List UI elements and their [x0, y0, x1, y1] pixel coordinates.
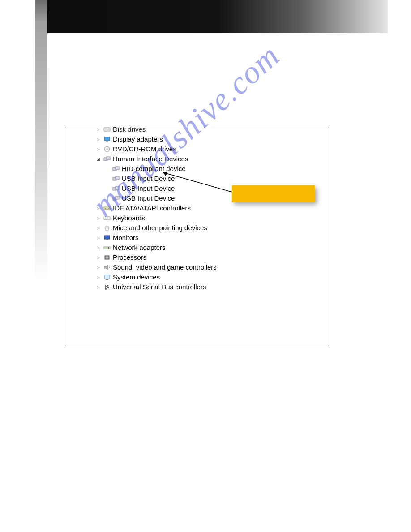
expand-arrow-icon[interactable]: ▷ [97, 134, 102, 144]
svg-rect-18 [107, 208, 107, 209]
tree-row[interactable]: ▷ Sound, video and game controllers [97, 262, 329, 272]
svg-rect-31 [106, 257, 108, 258]
collapse-arrow-icon[interactable]: ◢ [97, 154, 102, 164]
expand-arrow-icon[interactable]: ▷ [97, 127, 102, 134]
sound-controller-icon [103, 264, 111, 271]
tree-row[interactable]: ◢ Human Interface Devices [97, 154, 329, 164]
svg-rect-29 [108, 247, 109, 249]
svg-rect-1 [105, 129, 109, 129]
svg-rect-33 [104, 275, 110, 279]
cd-rom-icon [103, 146, 111, 153]
svg-rect-11 [116, 176, 119, 180]
tree-item-label: DVD/CD-ROM drives [113, 144, 176, 154]
svg-rect-3 [106, 141, 108, 142]
svg-rect-9 [116, 167, 119, 170]
display-adapter-icon [103, 136, 111, 143]
svg-rect-22 [106, 218, 107, 218]
svg-point-5 [106, 148, 108, 150]
hid-device-icon [112, 185, 120, 192]
highlight-callout-box [232, 185, 315, 202]
tree-row[interactable]: ▷ Universal Serial Bus controllers [97, 282, 329, 292]
svg-rect-23 [107, 218, 108, 218]
hid-category-icon [103, 155, 111, 163]
hid-device-icon [112, 175, 120, 182]
tree-row[interactable]: ▷ Keyboards [97, 213, 329, 223]
tree-row[interactable]: ▷ Display adapters [97, 134, 329, 144]
hid-device-icon [112, 165, 120, 172]
tree-row[interactable]: ▷ Processors [97, 253, 329, 262]
svg-marker-32 [104, 265, 108, 270]
tree-item-label: Processors [113, 253, 146, 262]
tree-row[interactable]: ▷ Monitors [97, 233, 329, 243]
usb-controller-icon [103, 283, 111, 291]
svg-rect-27 [106, 239, 108, 240]
tree-row[interactable]: ▷ Mice and other pointing devices [97, 223, 329, 233]
callout-arrow [159, 170, 238, 194]
processor-icon [103, 254, 111, 261]
expand-arrow-icon[interactable]: ▷ [97, 223, 102, 233]
svg-rect-20 [104, 217, 110, 220]
tree-item-label: Mice and other pointing devices [113, 223, 207, 233]
svg-rect-21 [105, 218, 106, 218]
expand-arrow-icon[interactable]: ▷ [97, 233, 102, 243]
tree-item-label: Display adapters [113, 134, 163, 144]
ide-controller-icon [103, 205, 111, 212]
keyboard-icon [103, 215, 111, 222]
tree-item-label: Network adapters [113, 243, 166, 253]
tree-item-label: System devices [113, 272, 160, 282]
tree-item-label: Universal Serial Bus controllers [113, 282, 206, 292]
svg-rect-19 [108, 208, 109, 209]
tree-item-label: IDE ATA/ATAPI controllers [113, 203, 191, 213]
expand-arrow-icon[interactable]: ▷ [97, 203, 102, 213]
top-gradient-band [47, 0, 388, 33]
tree-item-label: Human Interface Devices [113, 154, 188, 164]
monitor-icon [103, 234, 111, 241]
svg-point-39 [107, 285, 109, 287]
tree-row[interactable]: ▷ IDE ATA/ATAPI controllers [97, 203, 329, 213]
svg-rect-13 [116, 186, 119, 189]
expand-arrow-icon[interactable]: ▷ [97, 272, 102, 282]
svg-rect-40 [107, 287, 109, 288]
tree-row[interactable]: ▷ Disk drives [97, 127, 329, 134]
tree-item-label: Keyboards [113, 213, 145, 223]
device-tree: ▷ Disk drives ▷ Display adapters ▷ DVD/C… [65, 127, 329, 292]
device-manager-tree-frame: ▷ Disk drives ▷ Display adapters ▷ DVD/C… [65, 127, 329, 346]
svg-rect-15 [116, 196, 119, 199]
expand-arrow-icon[interactable]: ▷ [97, 262, 102, 272]
svg-rect-2 [104, 137, 110, 141]
tree-item-label: Monitors [113, 233, 139, 243]
svg-marker-42 [163, 172, 167, 176]
mouse-icon [103, 224, 111, 232]
tree-item-label: USB Input Device [122, 193, 175, 203]
svg-rect-17 [105, 208, 106, 209]
svg-rect-7 [107, 157, 110, 160]
network-adapter-icon [103, 244, 111, 251]
left-gradient-band [35, 0, 47, 282]
tree-item-label: Sound, video and game controllers [113, 262, 217, 272]
tree-row[interactable]: ▷ DVD/CD-ROM drives [97, 144, 329, 154]
page: ▷ Disk drives ▷ Display adapters ▷ DVD/C… [0, 0, 411, 532]
hid-device-icon [112, 195, 120, 202]
svg-rect-26 [104, 236, 110, 239]
expand-arrow-icon[interactable]: ▷ [97, 243, 102, 253]
tree-row[interactable]: ▷ System devices [97, 272, 329, 282]
svg-rect-34 [106, 279, 108, 280]
svg-line-41 [163, 172, 235, 193]
expand-arrow-icon[interactable]: ▷ [97, 253, 102, 262]
expand-arrow-icon[interactable]: ▷ [97, 282, 102, 292]
tree-item-label: Disk drives [113, 127, 146, 134]
expand-arrow-icon[interactable]: ▷ [97, 144, 102, 154]
disk-drive-icon [103, 127, 111, 133]
expand-arrow-icon[interactable]: ▷ [97, 213, 102, 223]
system-device-icon [103, 274, 111, 281]
tree-row[interactable]: ▷ Network adapters [97, 243, 329, 253]
